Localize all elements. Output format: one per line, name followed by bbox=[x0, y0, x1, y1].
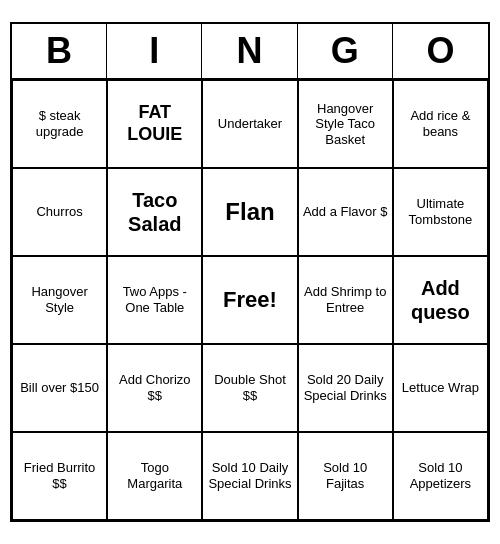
bingo-cell-24[interactable]: Sold 10 Appetizers bbox=[393, 432, 488, 520]
bingo-cell-14[interactable]: Add queso bbox=[393, 256, 488, 344]
bingo-cell-1[interactable]: FAT LOUIE bbox=[107, 80, 202, 168]
bingo-cell-5[interactable]: Churros bbox=[12, 168, 107, 256]
bingo-cell-10[interactable]: Hangover Style bbox=[12, 256, 107, 344]
bingo-cell-3[interactable]: Hangover Style Taco Basket bbox=[298, 80, 393, 168]
bingo-cell-2[interactable]: Undertaker bbox=[202, 80, 297, 168]
bingo-cell-17[interactable]: Double Shot $$ bbox=[202, 344, 297, 432]
bingo-cell-7[interactable]: Flan bbox=[202, 168, 297, 256]
bingo-letter-n: N bbox=[202, 24, 297, 78]
bingo-cell-21[interactable]: Togo Margarita bbox=[107, 432, 202, 520]
bingo-cell-18[interactable]: Sold 20 Daily Special Drinks bbox=[298, 344, 393, 432]
bingo-cell-12[interactable]: Free! bbox=[202, 256, 297, 344]
bingo-cell-9[interactable]: Ultimate Tombstone bbox=[393, 168, 488, 256]
bingo-card: BINGO $ steak upgradeFAT LOUIEUndertaker… bbox=[10, 22, 490, 522]
bingo-cell-20[interactable]: Fried Burrito $$ bbox=[12, 432, 107, 520]
bingo-cell-0[interactable]: $ steak upgrade bbox=[12, 80, 107, 168]
bingo-cell-15[interactable]: Bill over $150 bbox=[12, 344, 107, 432]
bingo-cell-22[interactable]: Sold 10 Daily Special Drinks bbox=[202, 432, 297, 520]
bingo-cell-13[interactable]: Add Shrimp to Entree bbox=[298, 256, 393, 344]
bingo-cell-19[interactable]: Lettuce Wrap bbox=[393, 344, 488, 432]
bingo-cell-23[interactable]: Sold 10 Fajitas bbox=[298, 432, 393, 520]
bingo-cell-11[interactable]: Two Apps - One Table bbox=[107, 256, 202, 344]
bingo-letter-o: O bbox=[393, 24, 488, 78]
bingo-cell-16[interactable]: Add Chorizo $$ bbox=[107, 344, 202, 432]
bingo-cell-8[interactable]: Add a Flavor $ bbox=[298, 168, 393, 256]
bingo-grid: $ steak upgradeFAT LOUIEUndertakerHangov… bbox=[12, 80, 488, 520]
bingo-cell-6[interactable]: Taco Salad bbox=[107, 168, 202, 256]
bingo-letter-i: I bbox=[107, 24, 202, 78]
bingo-letter-g: G bbox=[298, 24, 393, 78]
bingo-header: BINGO bbox=[12, 24, 488, 80]
bingo-letter-b: B bbox=[12, 24, 107, 78]
bingo-cell-4[interactable]: Add rice & beans bbox=[393, 80, 488, 168]
